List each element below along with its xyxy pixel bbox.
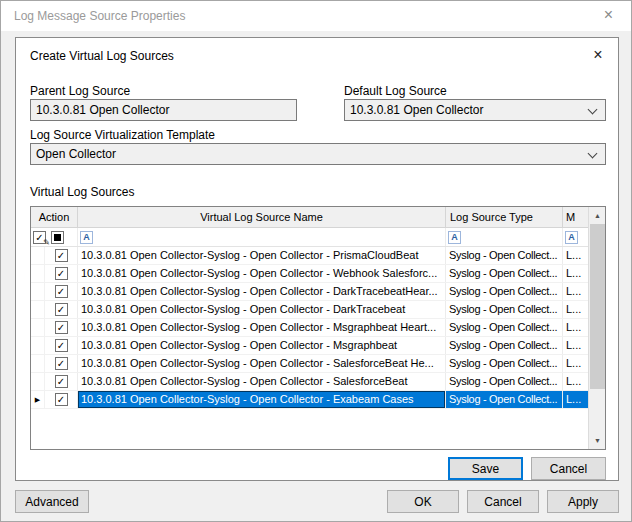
row-checkbox-cell: ✓ xyxy=(45,247,78,264)
row-indicator-cell: ▶ xyxy=(31,391,45,408)
table-row[interactable]: ✓10.3.0.81 Open Collector-Syslog - Open … xyxy=(31,337,588,355)
row-indicator-cell xyxy=(31,355,45,372)
row-checkbox-cell: ✓ xyxy=(45,391,78,408)
row-checkbox-cell: ✓ xyxy=(45,319,78,336)
table-row[interactable]: ✓10.3.0.81 Open Collector-Syslog - Open … xyxy=(31,283,588,301)
filter-a-icon[interactable]: A xyxy=(565,231,578,244)
column-header-name[interactable]: Virtual Log Source Name xyxy=(78,207,446,227)
filter-cell-name: A xyxy=(78,228,446,246)
row-type-cell: Syslog - Open Collect... xyxy=(446,265,563,282)
row-checkbox-cell: ✓ xyxy=(45,355,78,372)
table-row[interactable]: ✓10.3.0.81 Open Collector-Syslog - Open … xyxy=(31,301,588,319)
row-name-cell: 10.3.0.81 Open Collector-Syslog - Open C… xyxy=(78,355,446,372)
filter-a-icon[interactable]: A xyxy=(448,231,461,244)
row-checkbox[interactable]: ✓ xyxy=(55,321,68,334)
row-type-cell: Syslog - Open Collect... xyxy=(446,355,563,372)
table-filter-row: ✓ ✎ A A A xyxy=(31,228,588,247)
row-checkbox-cell: ✓ xyxy=(45,283,78,300)
advanced-button[interactable]: Advanced xyxy=(15,490,89,513)
row-type-cell: Syslog - Open Collect... xyxy=(446,391,563,408)
dialog-title: Create Virtual Log Sources xyxy=(30,49,174,63)
save-button[interactable]: Save xyxy=(448,457,523,480)
row-indicator-cell xyxy=(31,265,45,282)
row-checkbox[interactable]: ✓ xyxy=(55,285,68,298)
select-all-edit-checkbox-icon[interactable]: ✓ ✎ xyxy=(33,230,48,245)
row-indicator-cell xyxy=(31,247,45,264)
row-name-cell: 10.3.0.81 Open Collector-Syslog - Open C… xyxy=(78,301,446,318)
row-type-cell: Syslog - Open Collect... xyxy=(446,283,563,300)
filter-a-icon[interactable]: A xyxy=(80,231,93,244)
pencil-icon: ✎ xyxy=(43,239,50,247)
virtual-log-sources-table: Action Virtual Log Source Name Log Sourc… xyxy=(30,206,606,450)
row-indicator-cell xyxy=(31,283,45,300)
create-virtual-log-sources-dialog: Create Virtual Log Sources × Parent Log … xyxy=(15,37,619,481)
row-name-cell: 10.3.0.81 Open Collector-Syslog - Open C… xyxy=(78,391,446,408)
table-row[interactable]: ✓10.3.0.81 Open Collector-Syslog - Open … xyxy=(31,247,588,265)
row-name-cell: 10.3.0.81 Open Collector-Syslog - Open C… xyxy=(78,265,446,282)
row-name-cell: 10.3.0.81 Open Collector-Syslog - Open C… xyxy=(78,283,446,300)
row-checkbox[interactable]: ✓ xyxy=(55,393,68,406)
ok-button[interactable]: OK xyxy=(387,490,459,513)
row-name-cell: 10.3.0.81 Open Collector-Syslog - Open C… xyxy=(78,247,446,264)
table-body: ✓10.3.0.81 Open Collector-Syslog - Open … xyxy=(31,247,588,449)
row-m-cell: L... xyxy=(563,247,588,264)
row-checkbox[interactable]: ✓ xyxy=(55,375,68,388)
table-row[interactable]: ✓10.3.0.81 Open Collector-Syslog - Open … xyxy=(31,373,588,391)
row-type-cell: Syslog - Open Collect... xyxy=(446,301,563,318)
row-indicator-cell xyxy=(31,337,45,354)
row-indicator-icon: ▶ xyxy=(35,396,40,403)
row-checkbox-cell: ✓ xyxy=(45,265,78,282)
virtualization-template-dropdown[interactable]: Open Collector xyxy=(30,143,606,165)
apply-button[interactable]: Apply xyxy=(547,490,619,513)
table-row[interactable]: ✓10.3.0.81 Open Collector-Syslog - Open … xyxy=(31,355,588,373)
row-m-cell: L... xyxy=(563,301,588,318)
filter-cell-type: A xyxy=(446,228,563,246)
column-header-action[interactable]: Action xyxy=(31,207,78,227)
row-m-cell: L... xyxy=(563,337,588,354)
filter-cell-m: A xyxy=(563,228,588,246)
dialog-cancel-button[interactable]: Cancel xyxy=(531,457,606,480)
row-type-cell: Syslog - Open Collect... xyxy=(446,373,563,390)
scroll-down-icon[interactable]: ▼ xyxy=(589,432,606,449)
vertical-scrollbar[interactable]: ▲ ▼ xyxy=(588,207,605,449)
column-header-m[interactable]: M xyxy=(563,207,588,227)
parent-log-source-field[interactable]: 10.3.0.81 Open Collector xyxy=(30,99,297,121)
row-m-cell: L... xyxy=(563,283,588,300)
table-header-row: Action Virtual Log Source Name Log Sourc… xyxy=(31,207,588,228)
row-indicator-cell xyxy=(31,319,45,336)
cancel-button[interactable]: Cancel xyxy=(467,490,539,513)
row-m-cell: L... xyxy=(563,373,588,390)
indeterminate-checkbox-icon[interactable] xyxy=(51,231,64,244)
row-name-cell: 10.3.0.81 Open Collector-Syslog - Open C… xyxy=(78,319,446,336)
window-title: Log Message Source Properties xyxy=(14,9,185,23)
row-type-cell: Syslog - Open Collect... xyxy=(446,319,563,336)
row-checkbox[interactable]: ✓ xyxy=(55,357,68,370)
row-checkbox[interactable]: ✓ xyxy=(55,267,68,280)
parent-log-source-label: Parent Log Source xyxy=(30,84,130,98)
scrollbar-thumb[interactable] xyxy=(590,224,605,389)
row-m-cell: L... xyxy=(563,319,588,336)
row-checkbox[interactable]: ✓ xyxy=(55,339,68,352)
row-checkbox[interactable]: ✓ xyxy=(55,249,68,262)
dialog-close-icon[interactable]: × xyxy=(588,45,608,65)
column-header-type[interactable]: Log Source Type xyxy=(446,207,563,227)
scroll-up-icon[interactable]: ▲ xyxy=(589,207,606,224)
default-log-source-value: 10.3.0.81 Open Collector xyxy=(350,103,483,117)
row-checkbox[interactable]: ✓ xyxy=(55,303,68,316)
row-name-cell: 10.3.0.81 Open Collector-Syslog - Open C… xyxy=(78,337,446,354)
window-titlebar: Log Message Source Properties × xyxy=(1,1,631,31)
table-row[interactable]: ▶✓10.3.0.81 Open Collector-Syslog - Open… xyxy=(31,391,588,409)
row-indicator-cell xyxy=(31,373,45,390)
row-indicator-cell xyxy=(31,301,45,318)
table-row[interactable]: ✓10.3.0.81 Open Collector-Syslog - Open … xyxy=(31,265,588,283)
chevron-down-icon xyxy=(588,149,598,159)
window-close-icon[interactable]: × xyxy=(586,1,631,31)
virtualization-template-value: Open Collector xyxy=(36,147,116,161)
table-row[interactable]: ✓10.3.0.81 Open Collector-Syslog - Open … xyxy=(31,319,588,337)
row-m-cell: L... xyxy=(563,355,588,372)
row-name-cell: 10.3.0.81 Open Collector-Syslog - Open C… xyxy=(78,373,446,390)
row-m-cell: L... xyxy=(563,265,588,282)
row-type-cell: Syslog - Open Collect... xyxy=(446,337,563,354)
default-log-source-dropdown[interactable]: 10.3.0.81 Open Collector xyxy=(344,99,606,121)
filter-cell-action: ✓ ✎ xyxy=(31,228,78,246)
